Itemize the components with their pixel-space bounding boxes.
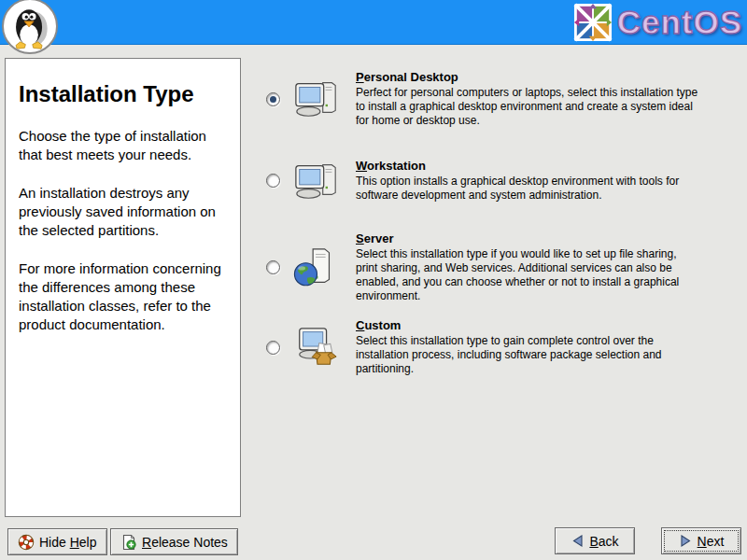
arrow-right-icon [679, 534, 693, 548]
option-text: Personal Desktop Perfect for personal co… [356, 70, 701, 128]
workstation-computer-icon [293, 160, 356, 203]
back-label: Back [589, 534, 618, 549]
option-text: Server Select this installation type if … [356, 231, 701, 303]
option-description: Perfect for personal computers or laptop… [356, 86, 701, 128]
option-server[interactable]: Server Select this installation type if … [266, 231, 698, 303]
back-button[interactable]: Back [555, 527, 635, 554]
release-notes-label: Release Notes [142, 535, 228, 550]
desktop-computer-icon [293, 77, 356, 120]
hide-help-button[interactable]: Hide Help [7, 528, 107, 555]
option-personal-desktop[interactable]: Personal Desktop Perfect for personal co… [266, 70, 698, 128]
option-description: This option installs a graphical desktop… [356, 175, 701, 203]
help-panel: Installation Type Choose the type of ins… [5, 58, 241, 517]
next-label: Next [698, 534, 725, 549]
help-paragraph: An installation destroys any previously … [19, 184, 229, 240]
option-description: Select this installation type if you wou… [356, 247, 701, 303]
option-text: Custom Select this installation type to … [356, 318, 701, 376]
option-workstation[interactable]: Workstation This option installs a graph… [266, 159, 698, 203]
radio-personal-desktop[interactable] [266, 92, 280, 106]
option-description: Select this installation type to gain co… [356, 334, 701, 376]
help-paragraph: For more information concerning the diff… [19, 259, 229, 334]
life-preserver-icon [18, 534, 35, 551]
next-button[interactable]: Next [661, 527, 741, 554]
option-custom[interactable]: Custom Select this installation type to … [266, 318, 698, 376]
page-title: Installation Type [19, 81, 229, 107]
hide-help-label: Hide Help [39, 535, 97, 550]
option-label: Workstation [356, 159, 701, 174]
option-text: Workstation This option installs a graph… [356, 159, 701, 203]
arrow-left-icon [571, 534, 585, 548]
option-label: Personal Desktop [356, 70, 701, 85]
help-paragraph: Choose the type of installation that bes… [19, 127, 229, 164]
option-label: Custom [356, 318, 701, 333]
custom-package-box-icon [293, 325, 356, 370]
radio-workstation[interactable] [266, 174, 280, 188]
brand-wordmark: CentOS [617, 4, 742, 41]
server-globe-icon [293, 245, 356, 290]
option-label: Server [356, 231, 701, 246]
installer-window: CentOS Installation Type Choose the type… [0, 0, 747, 560]
tux-penguin-icon [2, 0, 58, 54]
document-plus-icon [120, 534, 137, 551]
radio-server[interactable] [266, 260, 280, 274]
radio-custom[interactable] [266, 341, 280, 355]
centos-four-arrows-icon [573, 3, 613, 42]
centos-logo: CentOS [573, 2, 742, 43]
release-notes-button[interactable]: Release Notes [110, 528, 238, 555]
